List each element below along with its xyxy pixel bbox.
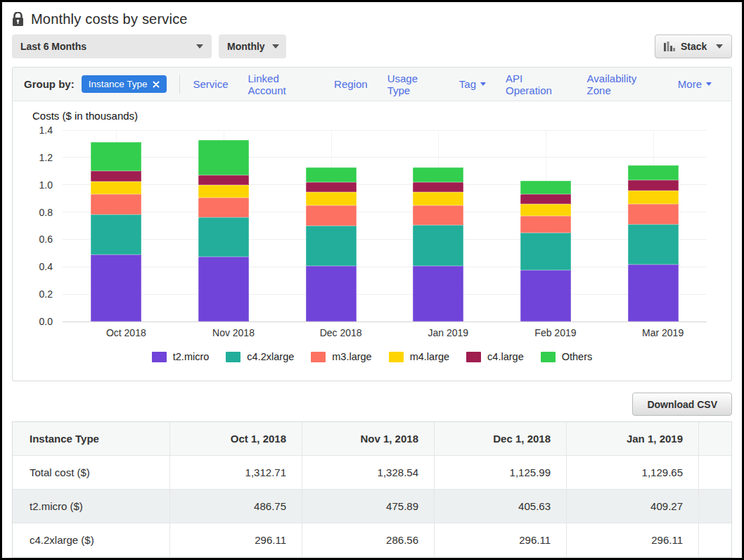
bar-segment-m4.large[interactable] [413, 192, 463, 205]
column-header-spacer [699, 422, 731, 455]
group-by-link-api-operation[interactable]: API Operation [506, 72, 567, 96]
chart-style-value: Stack [681, 41, 707, 52]
legend-label: m3.large [332, 351, 371, 362]
group-by-link-availability-zone[interactable]: Availability Zone [587, 72, 658, 96]
chart-section: Costs ($ in thousands) 0.00.20.40.60.81.… [13, 101, 731, 381]
bar-segment-m4.large[interactable] [628, 191, 679, 204]
y-tick-label: 1.4 [39, 125, 53, 136]
group-by-link-region[interactable]: Region [334, 78, 368, 90]
cell-value: 475.89 [302, 490, 435, 523]
cell-value: 1,125.99 [435, 456, 567, 489]
bar-chart-icon [664, 42, 675, 51]
bar-segment-c4.large[interactable] [198, 175, 249, 185]
legend-label: m4.large [410, 351, 449, 362]
bar-segment-Others[interactable] [520, 181, 571, 194]
cell-value: 1,312.71 [170, 456, 302, 489]
bar-segment-Others[interactable] [91, 142, 141, 171]
bar-segment-c4.large[interactable] [520, 194, 571, 204]
legend-swatch [541, 352, 556, 362]
group-by-link-tag[interactable]: Tag [459, 78, 486, 90]
group-by-active-label: Instance Type [89, 79, 148, 89]
bar-segment-t2.micro[interactable] [306, 266, 357, 322]
bar-segment-c4.large[interactable] [91, 171, 141, 182]
bar-segment-m4.large[interactable] [91, 182, 141, 194]
group-by-link-more[interactable]: More [678, 78, 712, 90]
close-icon[interactable] [153, 81, 160, 88]
y-tick-label: 0.0 [39, 316, 53, 327]
bar-segment-m4.large[interactable] [306, 192, 357, 205]
gridline [63, 212, 707, 212]
bar-segment-m3.large[interactable] [628, 204, 679, 224]
bar-segment-t2.micro[interactable] [628, 265, 679, 322]
divider [179, 75, 180, 94]
chevron-down-icon [716, 44, 723, 49]
download-csv-button[interactable]: Download CSV [632, 393, 732, 416]
bar-segment-c4.2xlarge[interactable] [628, 224, 679, 265]
bar-segment-c4.2xlarge[interactable] [413, 225, 463, 266]
column-header-dec: Dec 1, 2018 [435, 422, 567, 455]
legend-swatch [226, 352, 240, 362]
gridline [63, 239, 707, 240]
bar-segment-c4.2xlarge[interactable] [91, 215, 141, 255]
bar-segment-c4.2xlarge[interactable] [520, 233, 571, 270]
cell-value: 1,328.54 [302, 456, 435, 489]
bar-segment-t2.micro[interactable] [91, 255, 141, 322]
group-by-bar: Group by: Instance Type Service Linked A… [13, 68, 731, 101]
bar-segment-t2.micro[interactable] [520, 270, 571, 322]
bar-segment-m3.large[interactable] [198, 198, 249, 217]
legend-swatch [389, 352, 404, 362]
legend-swatch [152, 352, 167, 362]
bar-segment-t2.micro[interactable] [413, 266, 463, 322]
chart-style-dropdown[interactable]: Stack [655, 34, 732, 58]
bar-segment-m3.large[interactable] [413, 205, 463, 225]
legend-label: Others [562, 351, 593, 362]
legend-item-m3.large[interactable]: m3.large [311, 351, 371, 362]
cell-value: 409.27 [567, 490, 699, 523]
legend-label: c4.2xlarge [247, 351, 294, 362]
bar-segment-c4.large[interactable] [628, 180, 679, 191]
group-by-link-usage-type[interactable]: Usage Type [387, 72, 440, 96]
bar-segment-Others[interactable] [628, 165, 679, 180]
bar-segment-m3.large[interactable] [91, 194, 141, 215]
bar-segment-Others[interactable] [198, 140, 249, 175]
bar-segment-c4.large[interactable] [413, 182, 463, 192]
legend-item-c4.large[interactable]: c4.large [466, 351, 524, 362]
column-header-oct: Oct 1, 2018 [170, 422, 302, 455]
cost-table: Instance Type Oct 1, 2018 Nov 1, 2018 De… [12, 421, 732, 560]
group-by-active-pill[interactable]: Instance Type [82, 75, 167, 93]
gridline [63, 267, 707, 267]
bar-segment-c4.2xlarge[interactable] [198, 217, 249, 257]
gridline [63, 130, 707, 131]
group-by-link-linked-account[interactable]: Linked Account [248, 72, 315, 96]
bar-segment-m3.large[interactable] [520, 216, 571, 233]
date-range-dropdown[interactable]: Last 6 Months [12, 34, 212, 58]
legend-item-c4.2xlarge[interactable]: c4.2xlarge [226, 351, 294, 362]
bar-segment-Others[interactable] [306, 167, 357, 182]
bar-segment-c4.2xlarge[interactable] [306, 226, 357, 267]
granularity-dropdown[interactable]: Monthly [219, 34, 286, 58]
bar-segment-Others[interactable] [413, 167, 463, 182]
chevron-down-icon [272, 44, 279, 49]
legend-item-Others[interactable]: Others [541, 351, 593, 362]
row-label: c4.2xlarge ($) [13, 523, 170, 556]
toolbar: Last 6 Months Monthly Stack [12, 34, 732, 58]
chart-card: Group by: Instance Type Service Linked A… [12, 67, 732, 381]
granularity-value: Monthly [227, 41, 265, 52]
date-range-value: Last 6 Months [20, 41, 86, 52]
legend-item-t2.micro[interactable]: t2.micro [152, 351, 210, 362]
cell-spacer [699, 456, 731, 489]
bar-segment-m4.large[interactable] [198, 185, 249, 198]
y-tick-label: 0.6 [39, 234, 53, 245]
bar-segment-m4.large[interactable] [520, 204, 571, 216]
x-tick-label: Jan 2019 [395, 327, 502, 338]
legend-item-m4.large[interactable]: m4.large [389, 351, 449, 362]
bar-segment-c4.large[interactable] [306, 182, 357, 192]
chart-legend: t2.microc4.2xlargem3.largem4.largec4.lar… [13, 351, 731, 362]
gridline [63, 184, 707, 185]
bar-segment-t2.micro[interactable] [198, 257, 249, 322]
group-by-link-service[interactable]: Service [193, 78, 228, 90]
bar-segment-m3.large[interactable] [306, 205, 357, 226]
legend-swatch [466, 352, 481, 362]
table-header-row: Instance Type Oct 1, 2018 Nov 1, 2018 De… [13, 422, 731, 456]
x-tick-label: Dec 2018 [287, 327, 395, 338]
